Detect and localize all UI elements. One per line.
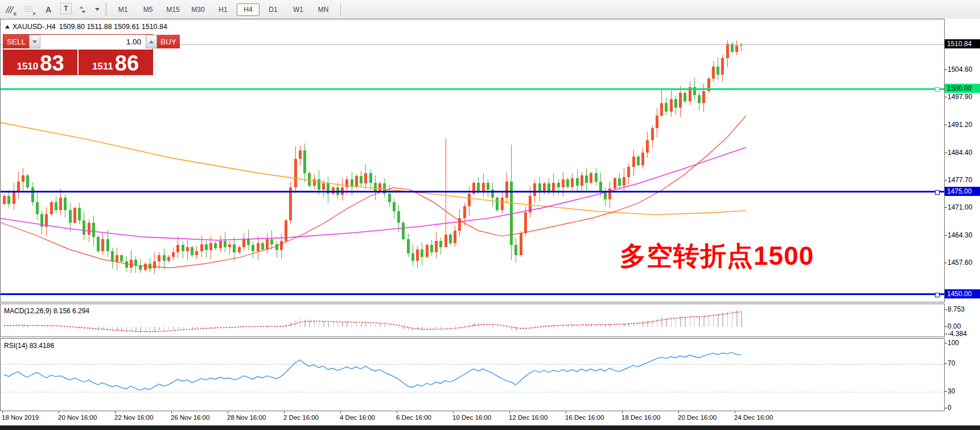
axis-tick-mark [945,334,947,334]
axis-tick-mark [945,69,947,70]
macd-signal-line [4,312,741,332]
price-axis[interactable]: 1504.601497.901491.201484.401477.701471.… [945,19,980,411]
tab-timeframe-M30[interactable]: M30 [187,3,209,16]
tab-timeframe-MN[interactable]: MN [312,3,335,16]
buy-button[interactable]: BUY [157,35,180,48]
indicators-icon[interactable]: E [2,3,17,17]
tab-timeframe-M1[interactable]: M1 [112,3,134,16]
volume-increase-button[interactable] [146,35,157,48]
time-tick-mark [397,411,397,413]
last-price-badge: 1510.84 [945,39,980,48]
macd-indicator-panel[interactable]: MACD(12,26,9) 8.156 6.294 [0,304,945,337]
time-axis[interactable]: 18 Nov 201920 Nov 16:0022 Nov 16:0026 No… [0,411,980,425]
time-tick-mark [509,411,510,413]
sell-button[interactable]: SELL [3,35,29,48]
axis-tick-mark [945,343,947,343]
time-tick-mark [171,411,172,413]
time-tick-label: 22 Nov 16:00 [114,414,153,421]
axis-tick-mark [945,309,947,310]
axis-tick-mark [945,326,947,327]
price-tick-label: 1457.60 [948,259,972,267]
axis-tick-mark [945,180,947,181]
axis-tick-mark [945,408,947,408]
price-tick-label: 1464.30 [948,231,972,239]
bid-price-major: 1510 [17,62,38,72]
rsi-scale-label: 30 [948,387,955,395]
price-tick-label: 1504.60 [948,65,972,73]
price-tick-label: 1471.00 [948,203,972,211]
time-tick-label: 6 Dec 16:00 [396,414,431,421]
bid-price-button[interactable]: 1510 83 [3,50,77,75]
main-chart-panel[interactable]: XAUUSD-,H4 1509.80 1511.88 1509.61 1510.… [0,19,945,302]
ma-mid-magenta [1,148,746,240]
text-box-icon[interactable]: T [60,3,72,14]
one-click-trading-widget: SELL BUY 1510 83 1511 86 [3,34,153,75]
hline-1450[interactable] [1,293,944,295]
time-tick-mark [284,411,285,413]
toolbar-gripper[interactable] [105,3,107,17]
time-tick-label: 18 Dec 16:00 [621,414,660,421]
ma-slow-orange [1,122,746,215]
hline-1500[interactable] [1,88,944,90]
price-tick-label: 1491.20 [948,121,972,129]
volume-stepper [29,35,157,48]
hline-1475[interactable] [1,191,944,193]
volume-decrease-button[interactable] [29,35,40,48]
macd-scale-label: 8.753 [948,305,965,313]
trading-terminal-window: EFAT M1M5M15M30H1H4D1W1MN XAUUSD-,H4 150… [0,0,980,430]
rsi-scale-label: 100 [948,339,959,347]
chart-title: XAUUSD-,H4 1509.80 1511.88 1509.61 1510.… [5,23,171,31]
grid-icon-letter: F [33,11,36,17]
time-tick-mark [340,411,341,413]
axis-tick-mark [945,97,947,97]
text-label-icon[interactable]: A [41,3,56,17]
rsi-scale-label: 70 [948,359,955,367]
rsi-line [4,353,741,391]
hline-1500-badge: 1500.00 [945,84,980,93]
up-arrow-icon [149,40,154,43]
time-tick-label: 4 Dec 16:00 [340,414,375,421]
rsi-indicator-panel[interactable]: RSI(14) 83.4186 [0,338,945,411]
macd-scale-label: -4.384 [948,330,967,338]
tab-timeframe-W1[interactable]: W1 [287,3,310,16]
ask-price-button[interactable]: 1511 86 [79,50,153,75]
time-tick-mark [735,411,735,413]
time-tick-label: 28 Nov 16:00 [227,414,266,421]
hline-1450-handle[interactable] [935,293,940,297]
arrange-sort-icon[interactable] [76,3,91,17]
hline-1475-handle[interactable] [935,190,940,195]
tab-timeframe-M5[interactable]: M5 [137,3,159,16]
axis-tick-mark [945,391,947,392]
toolbar-separator [340,3,341,17]
grid-icon[interactable]: F [22,3,36,17]
hline-1450-badge: 1450.00 [945,289,980,298]
tab-timeframe-H4[interactable]: H4 [237,3,260,16]
tab-timeframe-H1[interactable]: H1 [212,3,234,16]
time-tick-label: 10 Dec 16:00 [452,414,491,421]
volume-input[interactable] [40,35,146,48]
ask-price-minor: 86 [115,55,139,72]
price-tick-label: 1497.90 [948,93,972,101]
time-tick-label: 24 Dec 16:00 [734,414,773,421]
collapse-arrow-icon[interactable] [5,25,10,28]
ask-price-major: 1511 [92,62,113,72]
ohlc-values: 1509.80 1511.88 1509.61 1510.84 [59,23,167,31]
time-tick-label: 20 Nov 16:00 [58,414,97,421]
time-tick-mark [622,411,623,413]
price-tick-label: 1484.40 [948,149,972,157]
chart-annotation-text[interactable]: 多空转折点1500 [620,239,814,274]
time-tick-mark [678,411,679,413]
dropdown-caret-icon[interactable] [95,8,100,11]
bid-price-minor: 83 [40,55,64,72]
time-tick-mark [59,411,59,413]
tab-timeframe-M15[interactable]: M15 [162,3,184,16]
tab-timeframe-D1[interactable]: D1 [262,3,285,16]
rsi-scale-label: 0 [948,404,952,412]
time-tick-label: 12 Dec 16:00 [509,414,547,421]
time-tick-label: 2 Dec 16:00 [283,414,319,421]
chart-toolbar: EFAT M1M5M15M30H1H4D1W1MN [0,0,980,19]
hline-1500-handle[interactable] [935,87,940,92]
time-tick-mark [453,411,454,413]
down-arrow-icon [32,40,37,43]
time-tick-mark [115,411,116,413]
